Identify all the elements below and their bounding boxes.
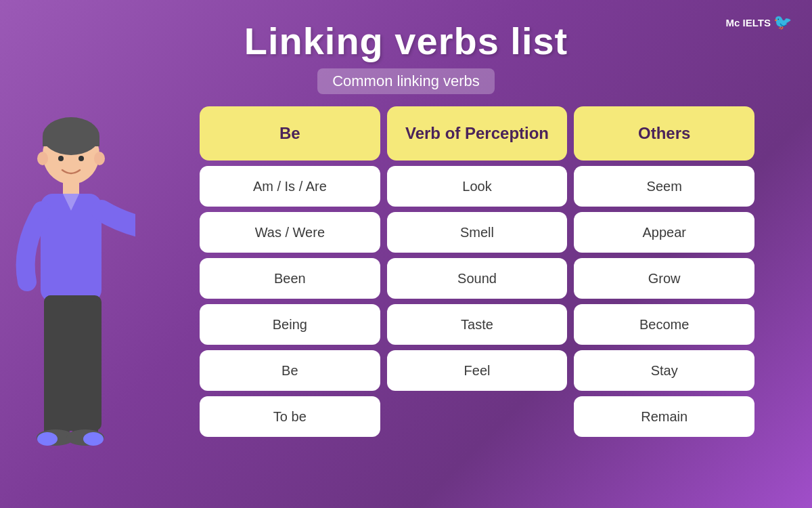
others-item-2: Grow xyxy=(574,258,754,299)
svg-point-14 xyxy=(37,432,58,446)
svg-point-3 xyxy=(58,156,64,161)
be-item-4: Be xyxy=(200,350,380,391)
others-item-1: Appear xyxy=(574,212,754,253)
logo: Mc IELTS 🐦 xyxy=(726,14,792,31)
be-item-0: Am / Is / Are xyxy=(200,166,380,207)
logo-ielts-text: IELTS xyxy=(743,17,771,28)
be-item-2: Been xyxy=(200,258,380,299)
person-figure xyxy=(7,99,135,508)
col-perception: Look Smell Sound Taste Feel xyxy=(387,166,568,437)
svg-point-16 xyxy=(83,432,104,446)
subtitle-badge: Common linking verbs xyxy=(317,68,495,94)
svg-rect-12 xyxy=(72,295,98,438)
col-be: Am / Is / Are Was / Were Been Being Be T… xyxy=(200,166,380,437)
perception-item-3: Taste xyxy=(387,304,568,345)
others-item-0: Seem xyxy=(574,166,754,207)
main-container: Mc IELTS 🐦 Linking verbs list Common lin… xyxy=(0,0,812,508)
perception-item-5 xyxy=(387,396,568,437)
svg-point-6 xyxy=(94,152,105,165)
be-item-5: To be xyxy=(200,396,380,437)
be-item-1: Was / Were xyxy=(200,212,380,253)
data-rows: Am / Is / Are Was / Were Been Being Be T… xyxy=(200,166,754,437)
header-perception-text: Verb of Perception xyxy=(405,124,549,144)
perception-item-0: Look xyxy=(387,166,568,207)
svg-point-5 xyxy=(37,152,48,165)
header-others: Others xyxy=(574,106,754,161)
person-svg xyxy=(7,99,135,505)
table-area: Be Verb of Perception Others Am / Is / A… xyxy=(200,106,754,437)
header-be: Be xyxy=(200,106,380,161)
others-item-4: Stay xyxy=(574,350,754,391)
perception-item-1: Smell xyxy=(387,212,568,253)
logo-mc: Mc IELTS xyxy=(726,17,771,28)
be-item-3: Being xyxy=(200,304,380,345)
header-row: Be Verb of Perception Others xyxy=(200,106,754,161)
svg-rect-7 xyxy=(63,182,79,195)
perception-item-2: Sound xyxy=(387,258,568,299)
perception-item-4: Feel xyxy=(387,350,568,391)
col-others: Seem Appear Grow Become Stay Remain xyxy=(574,166,754,437)
others-item-5: Remain xyxy=(574,396,754,437)
svg-rect-2 xyxy=(43,136,99,146)
svg-rect-11 xyxy=(44,295,70,438)
bird-icon: 🐦 xyxy=(773,14,792,31)
svg-point-4 xyxy=(78,156,84,161)
others-item-3: Become xyxy=(574,304,754,345)
logo-mc-text: Mc xyxy=(726,17,740,28)
header-perception: Verb of Perception xyxy=(387,106,568,161)
page-title: Linking verbs list xyxy=(244,19,568,63)
